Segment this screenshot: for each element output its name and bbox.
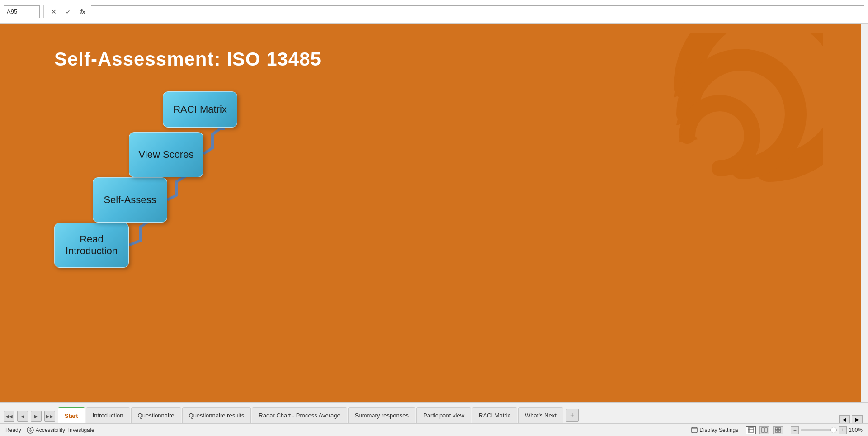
navigation-boxes-container: ReadIntroduction Self-Assess View Scores… bbox=[41, 87, 267, 322]
zoom-out-button[interactable]: − bbox=[791, 426, 799, 434]
watermark-graphic bbox=[552, 33, 823, 304]
svg-point-7 bbox=[29, 428, 31, 429]
self-assess-label: Self-Assess bbox=[104, 194, 156, 206]
tab-radar-chart[interactable]: Radar Chart - Process Average bbox=[252, 407, 347, 423]
tab-scroll-prev[interactable]: ◀ bbox=[17, 411, 28, 422]
cancel-button[interactable]: ✕ bbox=[47, 5, 60, 18]
tab-questionnaire[interactable]: Questionnaire bbox=[131, 407, 181, 423]
add-sheet-button[interactable]: + bbox=[566, 409, 579, 422]
status-separator bbox=[742, 426, 742, 434]
tab-scroll-right-2[interactable]: ▶ bbox=[852, 415, 863, 423]
self-assess-button[interactable]: Self-Assess bbox=[93, 177, 167, 223]
status-separator-2 bbox=[787, 426, 787, 434]
sheet-tab-bar: ◀◀ ◀ ▶ ▶▶ Start Introduction Questionnai… bbox=[0, 402, 868, 423]
raci-matrix-label: RACI Matrix bbox=[173, 104, 227, 115]
raci-matrix-button[interactable]: RACI Matrix bbox=[163, 91, 237, 128]
zoom-slider[interactable] bbox=[801, 429, 837, 431]
tab-start[interactable]: Start bbox=[58, 407, 85, 423]
status-right: Display Settings − + 100% bbox=[691, 426, 863, 434]
excel-formula-bar: A95 ✕ ✓ fx bbox=[0, 0, 868, 24]
function-button[interactable]: fx bbox=[76, 5, 89, 18]
tab-scroll-last[interactable]: ▶▶ bbox=[44, 411, 55, 422]
svg-rect-18 bbox=[778, 431, 781, 432]
tab-summary-responses[interactable]: Summary responses bbox=[348, 407, 415, 423]
tab-participant-view[interactable]: Participant view bbox=[416, 407, 471, 423]
svg-rect-10 bbox=[748, 428, 754, 432]
svg-rect-14 bbox=[765, 428, 767, 432]
zoom-controls: − + 100% bbox=[791, 426, 863, 434]
normal-view-button[interactable] bbox=[746, 426, 756, 434]
tab-scroll-first[interactable]: ◀◀ bbox=[4, 411, 14, 422]
view-scores-label: View Scores bbox=[139, 149, 194, 161]
status-bar: Ready Accessibility: Investigate Display… bbox=[0, 423, 868, 436]
tab-scroll-next[interactable]: ▶ bbox=[31, 411, 42, 422]
svg-rect-13 bbox=[762, 428, 764, 432]
svg-rect-8 bbox=[692, 427, 697, 433]
ready-label: Ready bbox=[5, 427, 21, 433]
accessibility-icon: Accessibility: Investigate bbox=[27, 427, 94, 434]
page-layout-view-button[interactable] bbox=[760, 426, 769, 434]
tab-scroll-right-1[interactable]: ◀ bbox=[839, 415, 850, 423]
svg-rect-15 bbox=[775, 428, 778, 430]
separator bbox=[43, 5, 44, 18]
page-title: Self-Assessment: ISO 13485 bbox=[54, 48, 321, 70]
confirm-button[interactable]: ✓ bbox=[62, 5, 75, 18]
cell-name-input[interactable]: A95 bbox=[4, 5, 40, 18]
svg-rect-17 bbox=[775, 431, 778, 432]
read-introduction-button[interactable]: ReadIntroduction bbox=[54, 223, 129, 268]
display-settings-btn[interactable]: Display Settings bbox=[691, 427, 738, 433]
tab-introduction[interactable]: Introduction bbox=[86, 407, 130, 423]
tab-questionnaire-results[interactable]: Questionnaire results bbox=[182, 407, 251, 423]
formula-input[interactable] bbox=[91, 5, 864, 18]
status-left: Ready Accessibility: Investigate bbox=[5, 427, 94, 434]
tab-whats-next[interactable]: What's Next bbox=[518, 407, 563, 423]
read-introduction-label: ReadIntroduction bbox=[66, 233, 118, 257]
main-canvas: Self-Assessment: ISO 13485 ReadIntroduct… bbox=[0, 24, 868, 402]
tab-raci-matrix[interactable]: RACI Matrix bbox=[472, 407, 517, 423]
zoom-percent: 100% bbox=[849, 427, 863, 433]
view-scores-button[interactable]: View Scores bbox=[129, 132, 203, 177]
page-break-view-button[interactable] bbox=[773, 426, 783, 434]
svg-rect-16 bbox=[778, 428, 781, 430]
zoom-in-button[interactable]: + bbox=[839, 426, 847, 434]
vertical-scrollbar[interactable] bbox=[861, 24, 868, 402]
